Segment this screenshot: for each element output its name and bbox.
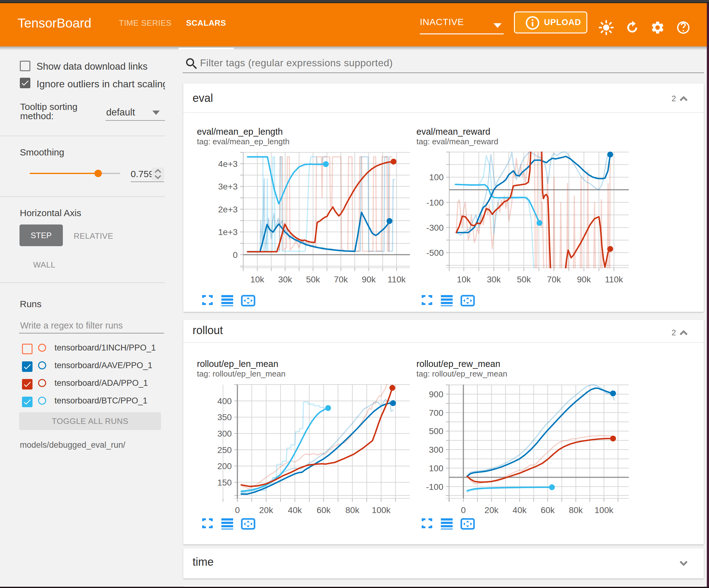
svg-text:3e+3: 3e+3	[218, 182, 238, 191]
svg-text:tag: eval/mean_ep_length: tag: eval/mean_ep_length	[197, 137, 289, 146]
svg-text:200: 200	[217, 461, 232, 471]
svg-text:80k: 80k	[345, 505, 360, 515]
svg-text:20k: 20k	[484, 505, 499, 515]
svg-text:100: 100	[429, 463, 443, 473]
svg-text:90k: 90k	[577, 275, 591, 284]
svg-text:tag: rollout/ep_len_mean: tag: rollout/ep_len_mean	[197, 369, 286, 378]
svg-text:0: 0	[233, 250, 238, 260]
svg-text:110k: 110k	[388, 275, 406, 284]
svg-text:400: 400	[217, 397, 232, 406]
svg-text:700: 700	[429, 408, 443, 418]
svg-text:-300: -300	[426, 223, 444, 233]
svg-text:90k: 90k	[362, 275, 376, 284]
svg-text:60k: 60k	[541, 505, 555, 515]
svg-text:350: 350	[217, 412, 232, 422]
svg-text:30k: 30k	[487, 275, 501, 284]
svg-text:40k: 40k	[288, 505, 302, 515]
svg-text:10k: 10k	[457, 275, 471, 284]
svg-text:1e+3: 1e+3	[218, 227, 238, 237]
svg-text:900: 900	[429, 389, 443, 399]
svg-text:30k: 30k	[278, 275, 292, 284]
svg-text:100k: 100k	[595, 505, 614, 515]
svg-text:50k: 50k	[517, 275, 531, 284]
svg-text:0: 0	[235, 505, 240, 515]
svg-text:10k: 10k	[250, 275, 264, 284]
svg-text:150: 150	[217, 478, 232, 487]
svg-text:4e+3: 4e+3	[218, 159, 238, 169]
svg-text:500: 500	[429, 426, 443, 436]
svg-text:-100: -100	[426, 198, 444, 207]
svg-text:40k: 40k	[513, 505, 527, 515]
svg-text:tag: rollout/ep_rew_mean: tag: rollout/ep_rew_mean	[416, 369, 507, 378]
svg-text:110k: 110k	[605, 275, 624, 284]
svg-text:70k: 70k	[334, 275, 348, 284]
svg-text:tag: eval/mean_reward: tag: eval/mean_reward	[416, 137, 498, 146]
svg-text:100: 100	[429, 173, 444, 182]
svg-text:80k: 80k	[569, 505, 583, 515]
svg-text:rollout/ep_rew_mean: rollout/ep_rew_mean	[416, 359, 500, 369]
svg-text:20k: 20k	[259, 505, 273, 515]
svg-text:-500: -500	[426, 248, 444, 258]
svg-text:70k: 70k	[547, 275, 561, 284]
svg-text:300: 300	[429, 445, 443, 455]
svg-text:60k: 60k	[317, 505, 331, 515]
svg-text:2e+3: 2e+3	[218, 205, 238, 214]
svg-text:eval/mean_ep_length: eval/mean_ep_length	[197, 127, 283, 136]
svg-text:0: 0	[461, 505, 466, 515]
svg-text:eval/mean_reward: eval/mean_reward	[416, 127, 491, 136]
svg-text:300: 300	[217, 429, 232, 438]
svg-text:250: 250	[217, 445, 232, 455]
svg-text:-100: -100	[426, 482, 443, 492]
svg-text:50k: 50k	[306, 275, 320, 284]
svg-text:100k: 100k	[372, 505, 391, 515]
svg-text:rollout/ep_len_mean: rollout/ep_len_mean	[197, 359, 278, 369]
